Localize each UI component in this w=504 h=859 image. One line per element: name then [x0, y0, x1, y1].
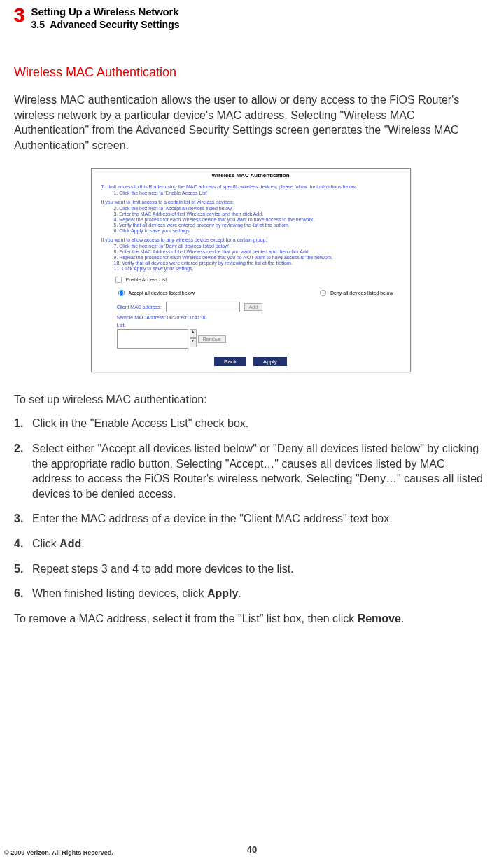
step-item: 2. Select either "Accept all devices lis… — [14, 441, 487, 501]
mac-list-box[interactable] — [117, 329, 188, 349]
step-number: 6. — [14, 586, 32, 601]
figure-step: 8. Enter the MAC Address of first Wirele… — [114, 249, 400, 254]
mac-auth-figure: Wireless MAC Authentication To limit acc… — [91, 168, 411, 372]
figure-step: 2. Click the box next to 'Accept all dev… — [114, 206, 400, 211]
section-title: 3.5 Advanced Security Settings — [31, 19, 180, 30]
client-mac-input[interactable] — [166, 302, 240, 312]
step-number: 4. — [14, 536, 32, 552]
figure-step: 7. Click the box next to 'Deny all devic… — [114, 244, 400, 249]
step-item: 1. Click in the "Enable Access List" che… — [14, 416, 487, 431]
client-mac-label: Client MAC address: — [117, 305, 162, 309]
step-text: Repeat steps 3 and 4 to add more devices… — [32, 561, 487, 577]
section-name: Advanced Security Settings — [50, 19, 179, 30]
topic-heading: Wireless MAC Authentication — [14, 65, 487, 80]
deny-label: Deny all devices listed below — [330, 291, 393, 295]
step-item: 5. Repeat steps 3 and 4 to add more devi… — [14, 561, 487, 577]
figure-step: 11. Click Apply to save your settings. — [114, 266, 400, 271]
enable-access-checkbox[interactable] — [115, 277, 121, 283]
step-text: When finished listing devices, click App… — [32, 586, 487, 601]
figure-title: Wireless MAC Authentication — [92, 169, 410, 181]
figure-step: 3. Enter the MAC Address of first Wirele… — [114, 211, 400, 216]
step-item: 3. Enter the MAC address of a device in … — [14, 511, 487, 526]
step-number: 5. — [14, 561, 32, 577]
add-button[interactable]: Add — [244, 303, 262, 311]
figure-group2-head: If you want to limit access to a certain… — [102, 200, 400, 204]
figure-group3-head: If you want to allow access to any wirel… — [102, 237, 400, 242]
list-label: List: — [117, 323, 400, 328]
step-number: 3. — [14, 511, 32, 526]
figure-step: 10. Verify that all devices were entered… — [114, 260, 400, 265]
figure-step: 5. Verify that all devices were entered … — [114, 223, 400, 228]
step-text: Click in the "Enable Access List" check … — [32, 416, 487, 431]
figure-lead: To limit access to this Router using the… — [102, 184, 400, 189]
sample-mac: Sample MAC Address: 00:20:e0:00:41:00 — [117, 315, 400, 320]
accept-radio[interactable] — [118, 290, 124, 296]
figure-step: 4. Repeat the process for each Wireless … — [114, 217, 400, 222]
step-item: 4. Click Add. — [14, 536, 487, 552]
enable-access-label: Enable Access List — [126, 277, 167, 282]
step-text: Select either "Accept all devices listed… — [32, 441, 487, 501]
step-text: Enter the MAC address of a device in the… — [32, 511, 487, 526]
chapter-number: 3 — [14, 6, 24, 25]
figure-step: 1. Click the box next to 'Enable Access … — [114, 190, 400, 195]
step-number: 1. — [14, 416, 32, 431]
step-text: Click Add. — [32, 536, 487, 552]
step-number: 2. — [14, 441, 32, 501]
page-header: 3 Setting Up a Wireless Network 3.5 Adva… — [14, 6, 487, 30]
accept-label: Accept all devices listed below — [129, 291, 195, 295]
intro-paragraph: Wireless MAC authentication allows the u… — [14, 92, 487, 153]
back-button[interactable]: Back — [214, 357, 246, 366]
figure-step: 6. Click Apply to save your settings. — [114, 228, 400, 233]
instructions-lead: To set up wireless MAC authentication: — [14, 393, 487, 406]
remove-instruction: To remove a MAC address, select it from … — [14, 611, 487, 627]
step-item: 6. When finished listing devices, click … — [14, 586, 487, 601]
section-number: 3.5 — [31, 19, 45, 30]
remove-button[interactable]: Remove — [198, 335, 226, 343]
apply-button[interactable]: Apply — [253, 357, 287, 366]
figure-container: Wireless MAC Authentication To limit acc… — [14, 168, 487, 372]
copyright: © 2009 Verizon. All Rights Reserved. — [4, 849, 113, 856]
figure-step: 9. Repeat the process for each Wireless … — [114, 255, 400, 260]
steps-list: 1. Click in the "Enable Access List" che… — [14, 416, 487, 601]
chapter-title: Setting Up a Wireless Network — [31, 6, 180, 18]
list-scroll[interactable]: ▲▼ — [190, 329, 197, 347]
deny-radio[interactable] — [320, 290, 326, 296]
